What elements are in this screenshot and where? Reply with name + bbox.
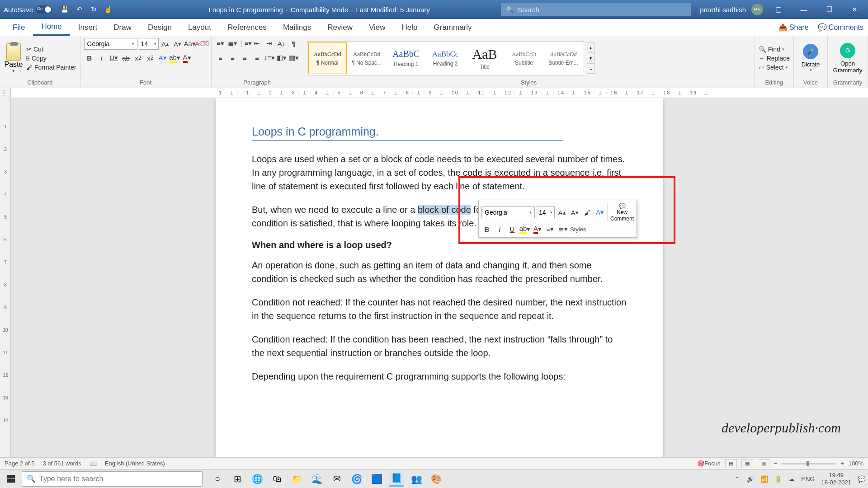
italic-button[interactable]: I	[96, 52, 107, 63]
show-marks-icon[interactable]: ¶	[288, 38, 299, 49]
explorer-icon[interactable]: 📁	[289, 471, 305, 487]
bold-button[interactable]: B	[84, 52, 95, 63]
tab-view[interactable]: View	[361, 19, 394, 36]
search-box[interactable]: 🔍 Search	[501, 3, 691, 16]
tab-design[interactable]: Design	[140, 19, 180, 36]
tray-clock[interactable]: 19:49 18-02-2021	[821, 472, 852, 486]
superscript-button[interactable]: x2	[145, 52, 156, 63]
redo-icon[interactable]: ↻	[88, 4, 99, 15]
underline-button[interactable]: U▾	[108, 52, 119, 63]
styles-down-icon[interactable]: ▾	[587, 53, 595, 63]
align-center-icon[interactable]: ≡	[227, 52, 238, 63]
qat-dropdown-icon[interactable]: ▼	[117, 4, 128, 15]
replace-button[interactable]: ↔Replace	[759, 55, 790, 62]
text-effects-icon[interactable]: A▾	[157, 52, 168, 63]
mini-underline-button[interactable]: U	[507, 224, 518, 235]
copy-button[interactable]: ⎘Copy	[26, 55, 76, 62]
app-icon[interactable]: 🟦	[369, 471, 384, 487]
select-button[interactable]: ▭Select▾	[759, 64, 790, 71]
multilevel-icon[interactable]: ⋮≡▾	[240, 38, 250, 49]
spellcheck-icon[interactable]: 📖	[90, 460, 97, 467]
styles-more-icon[interactable]: ⌄	[587, 63, 595, 74]
tab-references[interactable]: References	[219, 19, 275, 36]
tray-language[interactable]: ENG	[801, 475, 815, 483]
dictate-button[interactable]: 🎤 Dictate▾	[797, 44, 824, 72]
line-spacing-icon[interactable]: ↕≡▾	[264, 52, 275, 63]
shading-icon[interactable]: ◧▾	[276, 52, 287, 63]
subscript-button[interactable]: x2	[133, 52, 144, 63]
font-size-select[interactable]: 14▾	[139, 38, 159, 50]
style-heading-1[interactable]: AaBbCHeading 1	[387, 42, 425, 74]
format-painter-button[interactable]: 🖌Format Painter	[26, 64, 76, 71]
tab-home[interactable]: Home	[33, 19, 70, 36]
teams-icon[interactable]: 👥	[409, 471, 424, 487]
task-view-icon[interactable]: ⊞	[230, 471, 245, 487]
avatar[interactable]: PS	[751, 4, 763, 15]
mini-highlight-icon[interactable]: ab▾	[519, 224, 530, 235]
zoom-out-icon[interactable]: −	[774, 460, 778, 467]
spiral-icon[interactable]: 🌀	[349, 471, 364, 487]
zoom-slider[interactable]	[782, 463, 836, 465]
print-layout-icon[interactable]: ▦	[741, 459, 753, 468]
change-case-icon[interactable]: Aa▾	[184, 38, 195, 49]
tab-file[interactable]: File	[5, 19, 33, 36]
font-name-select[interactable]: Georgia▾	[84, 38, 137, 50]
bullets-icon[interactable]: ≡▾	[215, 38, 226, 49]
tab-layout[interactable]: Layout	[180, 19, 219, 36]
edge-icon[interactable]: 🌊	[309, 471, 325, 487]
maximize-icon[interactable]: ❐	[819, 3, 839, 16]
wifi-icon[interactable]: 📶	[760, 475, 768, 483]
style-heading-2[interactable]: AaBbCcHeading 2	[426, 42, 465, 74]
outdent-icon[interactable]: ⇤	[252, 38, 263, 49]
share-button[interactable]: 📤Share	[778, 23, 809, 32]
shrink-font-icon[interactable]: A▾	[172, 38, 183, 49]
borders-icon[interactable]: ▦▾	[288, 52, 299, 63]
touch-mode-icon[interactable]: ☝	[103, 4, 113, 15]
tab-draw[interactable]: Draw	[105, 19, 140, 36]
mini-shrink-font-icon[interactable]: A▾	[569, 207, 580, 218]
clear-format-icon[interactable]: A⌫	[197, 38, 208, 49]
strike-button[interactable]: ab	[121, 52, 132, 63]
tab-mailings[interactable]: Mailings	[275, 19, 319, 36]
tab-review[interactable]: Review	[319, 19, 361, 36]
mini-format-painter-icon[interactable]: 🖌	[582, 207, 593, 218]
style-subtitle[interactable]: AaBbCcDSubtitle	[505, 42, 543, 74]
grammarly-button[interactable]: G Open Grammarly	[831, 43, 864, 74]
mini-grow-font-icon[interactable]: A▴	[557, 207, 567, 218]
page[interactable]: Loops in C programming. Loops are used w…	[216, 98, 663, 474]
undo-icon[interactable]: ↶	[74, 4, 85, 15]
tab-grammarly[interactable]: Grammarly	[426, 19, 480, 36]
mini-numbering-icon[interactable]: ≣▾	[557, 224, 568, 235]
close-icon[interactable]: ✕	[844, 3, 864, 16]
paste-button[interactable]: Paste ▼	[4, 43, 24, 73]
numbering-icon[interactable]: ≣▾	[227, 38, 238, 49]
minimize-icon[interactable]: —	[794, 3, 814, 16]
save-icon[interactable]: 💾	[59, 4, 70, 15]
find-button[interactable]: 🔍Find▾	[759, 46, 790, 53]
autosave-toggle[interactable]	[36, 5, 52, 14]
notifications-icon[interactable]: 💬	[858, 475, 865, 483]
align-left-icon[interactable]: ≡	[215, 52, 226, 63]
tab-help[interactable]: Help	[394, 19, 426, 36]
style---normal[interactable]: AaBbCcDd¶ Normal	[308, 42, 347, 74]
mini-new-comment-button[interactable]: 💬 New Comment	[607, 203, 634, 222]
cut-button[interactable]: ✂Cut	[26, 46, 76, 53]
highlight-icon[interactable]: ab▾	[170, 52, 180, 63]
qat-more-icon[interactable]: ▽	[132, 4, 142, 15]
start-button[interactable]	[3, 471, 19, 487]
indent-icon[interactable]: ⇥	[264, 38, 275, 49]
mini-styles-button[interactable]: Styles	[570, 224, 586, 235]
mini-font-color-icon[interactable]: A▾	[532, 224, 543, 235]
zoom-in-icon[interactable]: +	[840, 460, 844, 467]
sort-icon[interactable]: A↓	[276, 38, 287, 49]
mini-bullets-icon[interactable]: ≡▾	[545, 224, 556, 235]
grow-font-icon[interactable]: A▴	[160, 38, 171, 49]
paint-icon[interactable]: 🎨	[429, 471, 444, 487]
style---no-spac---[interactable]: AaBbCcDd¶ No Spac...	[348, 42, 386, 74]
cortana-icon[interactable]: ○	[210, 471, 225, 487]
ribbon-display-icon[interactable]: ▢	[769, 3, 788, 16]
mail-icon[interactable]: ✉	[329, 471, 344, 487]
mini-bold-button[interactable]: B	[481, 224, 492, 235]
onedrive-icon[interactable]: ☁	[788, 475, 795, 483]
mini-size-select[interactable]: 14▾	[537, 206, 555, 218]
